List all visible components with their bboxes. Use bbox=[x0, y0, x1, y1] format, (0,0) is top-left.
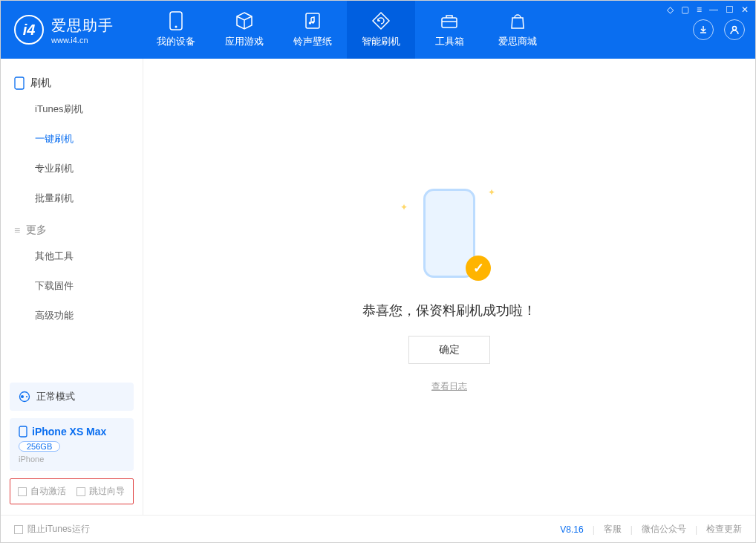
user-button[interactable] bbox=[724, 19, 745, 40]
feedback-icon[interactable]: ▢ bbox=[681, 4, 689, 15]
sidebar-item-other-tools[interactable]: 其他工具 bbox=[14, 241, 129, 271]
checkbox-icon bbox=[18, 487, 27, 496]
tab-apps[interactable]: 应用游戏 bbox=[210, 1, 278, 59]
ok-button[interactable]: 确定 bbox=[408, 336, 490, 364]
svg-point-1 bbox=[175, 26, 177, 28]
sparkle-icon: ✦ bbox=[488, 187, 495, 198]
sidebar-item-itunes-flash[interactable]: iTunes刷机 bbox=[14, 94, 129, 124]
tab-tools[interactable]: 工具箱 bbox=[415, 1, 483, 59]
main-tabs: 我的设备 应用游戏 铃声壁纸 智能刷机 工具箱 爱思商城 bbox=[142, 1, 552, 59]
checkbox-block-itunes[interactable]: 阻止iTunes运行 bbox=[14, 523, 90, 536]
bag-icon bbox=[508, 11, 527, 30]
download-button[interactable] bbox=[693, 19, 714, 40]
logo-icon: i4 bbox=[14, 15, 44, 45]
check-update-link[interactable]: 检查更新 bbox=[706, 523, 742, 536]
checkbox-skip-guide[interactable]: 跳过向导 bbox=[76, 485, 125, 498]
svg-point-4 bbox=[312, 21, 315, 24]
phone-small-icon bbox=[14, 77, 25, 90]
check-badge-icon: ✓ bbox=[466, 256, 491, 281]
svg-point-3 bbox=[309, 22, 312, 25]
sidebar-item-pro-flash[interactable]: 专业刷机 bbox=[14, 154, 129, 183]
wechat-link[interactable]: 微信公众号 bbox=[642, 523, 686, 536]
refresh-icon bbox=[371, 11, 391, 30]
skin-icon[interactable]: ◇ bbox=[667, 4, 674, 15]
sidebar-item-advanced[interactable]: 高级功能 bbox=[14, 301, 129, 331]
main-content: ✦ ✦ ✓ 恭喜您，保资料刷机成功啦！ 确定 查看日志 bbox=[143, 59, 755, 515]
checkbox-icon bbox=[76, 487, 85, 496]
sidebar-item-oneclick-flash[interactable]: 一键刷机 bbox=[14, 124, 129, 154]
version-label: V8.16 bbox=[560, 524, 583, 535]
mode-box[interactable]: 正常模式 bbox=[10, 383, 134, 411]
svg-rect-5 bbox=[442, 18, 457, 27]
sidebar: 刷机 iTunes刷机 一键刷机 专业刷机 批量刷机 ≡ 更多 其他工具 下载固… bbox=[1, 59, 143, 515]
footer: 阻止iTunes运行 V8.16 | 客服 | 微信公众号 | 检查更新 bbox=[1, 515, 755, 543]
checkbox-auto-activate[interactable]: 自动激活 bbox=[18, 485, 66, 498]
svg-point-10 bbox=[26, 396, 27, 397]
device-box[interactable]: iPhone XS Max 256GB iPhone bbox=[10, 418, 134, 471]
support-link[interactable]: 客服 bbox=[604, 523, 622, 536]
success-illustration: ✦ ✦ ✓ bbox=[405, 181, 494, 285]
mode-label: 正常模式 bbox=[36, 390, 75, 403]
sidebar-item-batch-flash[interactable]: 批量刷机 bbox=[14, 183, 129, 213]
view-log-link[interactable]: 查看日志 bbox=[431, 380, 467, 393]
svg-rect-2 bbox=[306, 13, 319, 28]
app-subtitle: www.i4.cn bbox=[51, 36, 114, 45]
mode-icon bbox=[19, 391, 30, 403]
list-icon: ≡ bbox=[14, 224, 20, 236]
svg-point-9 bbox=[21, 395, 24, 398]
header: i4 爱思助手 www.i4.cn 我的设备 应用游戏 铃声壁纸 智能刷机 工具… bbox=[1, 1, 755, 59]
app-title: 爱思助手 bbox=[51, 16, 114, 36]
tab-store[interactable]: 爱思商城 bbox=[483, 1, 552, 59]
sidebar-section-more: ≡ 更多 bbox=[14, 224, 129, 237]
device-capacity: 256GB bbox=[19, 441, 60, 452]
header-actions bbox=[693, 19, 755, 40]
cube-icon bbox=[235, 11, 254, 30]
menu-icon[interactable]: ≡ bbox=[697, 4, 702, 15]
flash-options-highlight: 自动激活 跳过向导 bbox=[10, 478, 134, 504]
checkbox-icon bbox=[14, 525, 23, 534]
minimize-icon[interactable]: — bbox=[709, 4, 718, 15]
tab-device[interactable]: 我的设备 bbox=[142, 1, 210, 59]
sparkle-icon: ✦ bbox=[400, 202, 408, 212]
sidebar-item-download-firmware[interactable]: 下载固件 bbox=[14, 271, 129, 301]
logo[interactable]: i4 爱思助手 www.i4.cn bbox=[1, 15, 142, 45]
close-icon[interactable]: ✕ bbox=[741, 4, 749, 15]
music-icon bbox=[303, 11, 322, 30]
tab-flash[interactable]: 智能刷机 bbox=[347, 1, 415, 59]
titlebar-controls: ◇ ▢ ≡ — ☐ ✕ bbox=[667, 4, 749, 15]
device-type: iPhone bbox=[19, 455, 125, 464]
device-icon bbox=[19, 426, 27, 438]
svg-rect-11 bbox=[19, 426, 27, 437]
maximize-icon[interactable]: ☐ bbox=[726, 4, 734, 15]
tab-ring[interactable]: 铃声壁纸 bbox=[278, 1, 347, 59]
phone-icon bbox=[166, 11, 186, 30]
svg-rect-7 bbox=[15, 77, 24, 89]
sidebar-section-flash: 刷机 bbox=[14, 77, 129, 90]
toolbox-icon bbox=[440, 11, 459, 30]
svg-point-6 bbox=[733, 27, 737, 30]
success-message: 恭喜您，保资料刷机成功啦！ bbox=[362, 302, 536, 319]
